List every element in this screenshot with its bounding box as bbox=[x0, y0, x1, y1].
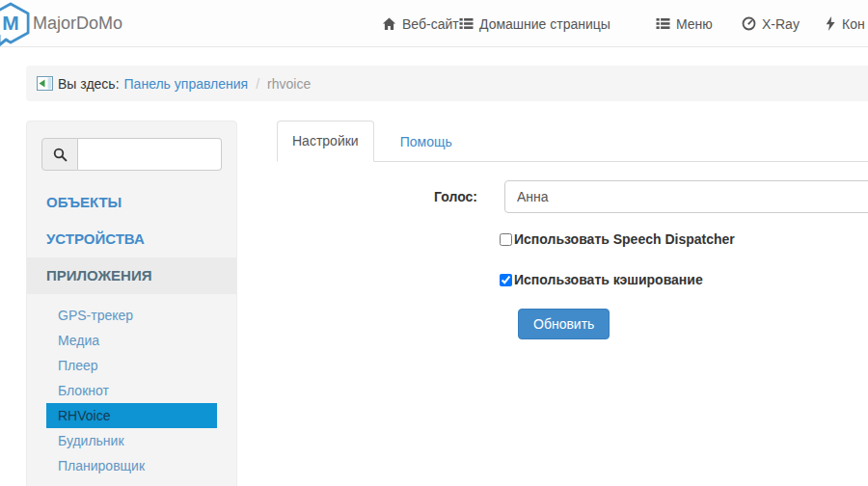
list-icon bbox=[656, 17, 670, 30]
nav-item-menu[interactable]: Меню bbox=[656, 0, 713, 47]
voice-label: Голос: bbox=[318, 189, 477, 204]
home-icon bbox=[382, 17, 396, 31]
caching-option[interactable]: Использовать кэширование bbox=[500, 272, 703, 287]
nav-item-label: Веб-сайт bbox=[402, 16, 459, 32]
nav-item-label: X-Ray bbox=[762, 16, 800, 32]
caching-checkbox[interactable] bbox=[500, 274, 512, 286]
tab-settings[interactable]: Настройки bbox=[277, 121, 374, 162]
update-button[interactable]: Обновить bbox=[518, 309, 610, 339]
back-window-icon[interactable] bbox=[37, 76, 53, 91]
sidebar: ОБЪЕКТЫ УСТРОЙСТВА ПРИЛОЖЕНИЯ GPS-трекер… bbox=[26, 121, 237, 486]
breadcrumb: Вы здесь: Панель управления / rhvoice bbox=[26, 66, 868, 101]
sidebar-item-scheduler[interactable]: Планировщик bbox=[27, 453, 236, 478]
voice-select[interactable] bbox=[504, 180, 868, 213]
tab-help[interactable]: Помощь bbox=[386, 122, 467, 162]
sidebar-menu: ОБЪЕКТЫ УСТРОЙСТВА ПРИЛОЖЕНИЯ GPS-трекер… bbox=[27, 184, 236, 478]
sidebar-app-list: GPS-трекер Медиа Плеер Блокнот RHVoice Б… bbox=[27, 303, 236, 478]
search-button[interactable] bbox=[41, 138, 78, 171]
breadcrumb-link-control-panel[interactable]: Панель управления bbox=[124, 76, 249, 92]
majordomo-logo-icon: M bbox=[0, 2, 32, 50]
gauge-icon bbox=[742, 16, 756, 31]
nav-item-console[interactable]: Кон bbox=[825, 0, 865, 47]
sidebar-item-media[interactable]: Медиа bbox=[27, 328, 236, 353]
breadcrumb-separator: / bbox=[253, 76, 262, 92]
breadcrumb-prefix: Вы здесь: bbox=[58, 76, 120, 92]
bolt-icon bbox=[825, 16, 836, 31]
search-icon bbox=[53, 148, 68, 162]
top-navbar: M MajorDoMo Веб-сайт Домашние страницы bbox=[0, 0, 868, 47]
nav-item-website[interactable]: Веб-сайт bbox=[382, 0, 459, 47]
nav-item-label: Меню bbox=[676, 16, 713, 32]
search-input[interactable] bbox=[78, 138, 222, 171]
sidebar-section-objects[interactable]: ОБЪЕКТЫ bbox=[27, 184, 236, 221]
svg-text:M: M bbox=[2, 12, 19, 34]
sidebar-item-rhvoice[interactable]: RHVoice bbox=[46, 403, 217, 428]
nav-item-label: Домашние страницы bbox=[479, 16, 610, 32]
sidebar-item-player[interactable]: Плеер bbox=[27, 353, 236, 378]
sidebar-section-applications[interactable]: ПРИЛОЖЕНИЯ bbox=[27, 257, 236, 294]
list-icon bbox=[459, 17, 474, 30]
speech-dispatcher-option[interactable]: Использовать Speech Dispatcher bbox=[500, 231, 735, 247]
sidebar-item-alarm[interactable]: Будильник bbox=[27, 428, 236, 453]
nav-item-xray[interactable]: X-Ray bbox=[742, 0, 800, 47]
nav-item-home-pages[interactable]: Домашние страницы bbox=[459, 0, 610, 47]
nav-item-label: Кон bbox=[842, 16, 865, 32]
sidebar-item-notepad[interactable]: Блокнот bbox=[27, 378, 236, 403]
speech-dispatcher-label: Использовать Speech Dispatcher bbox=[514, 231, 735, 247]
speech-dispatcher-checkbox[interactable] bbox=[500, 233, 512, 246]
brand-title: MajorDoMo bbox=[33, 0, 122, 47]
caching-label: Использовать кэширование bbox=[514, 272, 703, 287]
breadcrumb-current: rhvoice bbox=[267, 76, 311, 92]
sidebar-item-gps-tracker[interactable]: GPS-трекер bbox=[27, 303, 236, 328]
sidebar-section-devices[interactable]: УСТРОЙСТВА bbox=[27, 221, 236, 257]
content-tabs: Настройки Помощь bbox=[277, 122, 868, 162]
sidebar-search bbox=[41, 138, 222, 171]
